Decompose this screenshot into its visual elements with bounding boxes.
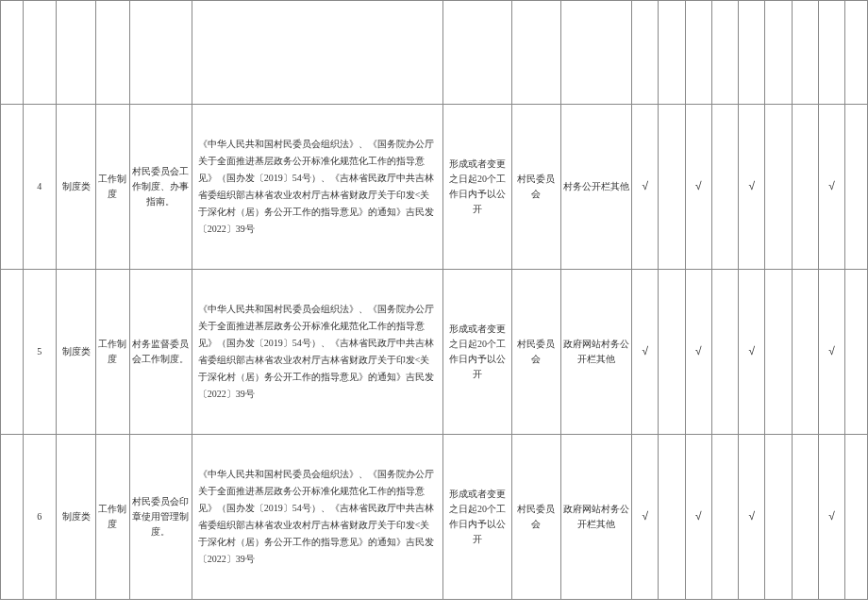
cell-subcategory: 工作制度 [96,270,129,435]
cell-basis: 《中华人民共和国村民委员会组织法》、《国务院办公厅关于全面推进基层政务公开标准化… [192,105,442,270]
table-row: 6 制度类 工作制度 村民委员会印章使用管理制度。 《中华人民共和国村民委员会组… [1,435,868,600]
cell-check: √ [685,435,711,600]
cell-check [711,435,738,600]
cell-subcategory: 工作制度 [96,105,129,270]
cell-check [765,270,792,435]
cell-pad-right [845,435,868,600]
cell-subject: 村民委员会 [511,435,560,600]
cell-check [765,105,792,270]
cell-check [659,435,685,600]
cell-subcategory: 工作制度 [96,435,129,600]
cell-check [792,270,818,435]
cell-time: 形成或者变更之日起20个工作日内予以公开 [442,270,511,435]
cell-check [792,105,818,270]
cell-check: √ [739,270,765,435]
cell-seq: 6 [23,435,56,600]
cell-channel: 政府网站村务公开栏其他 [560,270,631,435]
cell-title: 村民委员会工作制度、办事指南。 [129,105,192,270]
cell-pad-right [845,105,868,270]
cell-check: √ [819,435,845,600]
cell-basis: 《中华人民共和国村民委员会组织法》、《国务院办公厅关于全面推进基层政务公开标准化… [192,435,442,600]
cell-check: √ [739,105,765,270]
table-row: 5 制度类 工作制度 村务监督委员会工作制度。 《中华人民共和国村民委员会组织法… [1,270,868,435]
cell-title: 村务监督委员会工作制度。 [129,270,192,435]
cell-check: √ [739,435,765,600]
cell-check [765,435,792,600]
cell-time: 形成或者变更之日起20个工作日内予以公开 [442,435,511,600]
cell-seq: 4 [23,105,56,270]
cell-seq: 5 [23,270,56,435]
cell-pad-right [845,270,868,435]
cell-category: 制度类 [56,435,95,600]
cell-pad-left [1,435,24,600]
cell-category: 制度类 [56,270,95,435]
table-row: 4 制度类 工作制度 村民委员会工作制度、办事指南。 《中华人民共和国村民委员会… [1,105,868,270]
cell-check: √ [632,435,659,600]
cell-check: √ [685,270,711,435]
cell-pad-left [1,105,24,270]
cell-category: 制度类 [56,105,95,270]
cell-check: √ [819,270,845,435]
cell-check [711,105,738,270]
cell-subject: 村民委员会 [511,105,560,270]
table-row-spacer [1,1,868,105]
cell-title: 村民委员会印章使用管理制度。 [129,435,192,600]
document-table: 4 制度类 工作制度 村民委员会工作制度、办事指南。 《中华人民共和国村民委员会… [0,0,868,600]
cell-check: √ [632,270,659,435]
cell-check [792,435,818,600]
cell-channel: 政府网站村务公开栏其他 [560,435,631,600]
cell-time: 形成或者变更之日起20个工作日内予以公开 [442,105,511,270]
cell-check [659,270,685,435]
cell-pad-left [1,270,24,435]
cell-check: √ [819,105,845,270]
cell-check [711,270,738,435]
cell-subject: 村民委员会 [511,270,560,435]
cell-channel: 村务公开栏其他 [560,105,631,270]
cell-basis: 《中华人民共和国村民委员会组织法》、《国务院办公厅关于全面推进基层政务公开标准化… [192,270,442,435]
cell-check: √ [685,105,711,270]
cell-check [659,105,685,270]
cell-check: √ [632,105,659,270]
